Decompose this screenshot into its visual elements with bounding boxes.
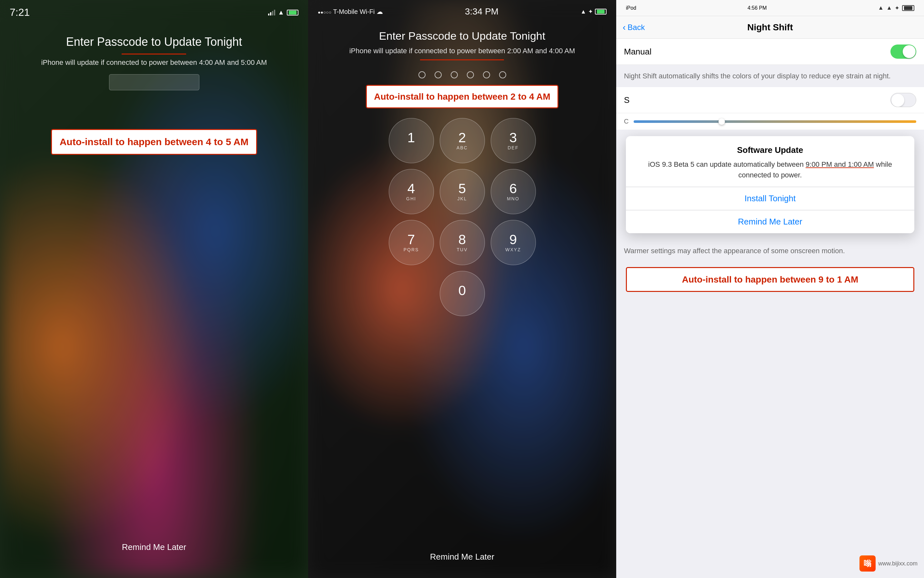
p3-bluetooth-icon: ✦ <box>895 5 900 11</box>
p2-key-6-letters: MNO <box>507 196 520 201</box>
p2-key-0-letters <box>461 298 463 303</box>
panel2-passcode: ●●○○○ T-Mobile Wi-Fi ☁ 3:34 PM ▲ ✦ Enter… <box>308 0 616 578</box>
p3-slider-thumb <box>718 119 725 125</box>
p3-schedule-row: S <box>616 87 924 113</box>
p1-title-area: Enter Passcode to Update Tonight iPhone … <box>22 34 286 68</box>
p2-key-4-num: 4 <box>408 182 415 195</box>
p3-status-bar: iPod 4:56 PM ▲ ▲ ✦ <box>616 0 924 16</box>
p3-night-shift-description: Night Shift automatically shifts the col… <box>616 65 924 87</box>
p3-remind-later-btn[interactable]: Remind Me Later <box>626 210 914 233</box>
panel2-content: ●●○○○ T-Mobile Wi-Fi ☁ 3:34 PM ▲ ✦ Enter… <box>308 0 616 578</box>
p3-dialog-title: Software Update <box>626 136 914 159</box>
p2-key-1-num: 1 <box>408 131 415 144</box>
p3-back-button[interactable]: ‹ Back <box>623 22 645 32</box>
p2-key-2-num: 2 <box>458 131 466 144</box>
p1-main-title: Enter Passcode to Update Tonight <box>41 34 267 50</box>
p2-key-3-num: 3 <box>510 131 517 144</box>
p2-key-3-letters: DEF <box>508 145 519 150</box>
p2-key-6-num: 6 <box>510 182 517 195</box>
p2-dot-6 <box>499 71 506 78</box>
p3-nav-bar: ‹ Back Night Shift <box>616 16 924 39</box>
p3-nav-title: Night Shift <box>747 22 793 32</box>
p3-wifi-icon: ▲ <box>886 5 892 11</box>
p1-time: 7:21 <box>10 6 30 18</box>
p3-status-icons: ▲ ▲ ✦ <box>878 5 914 11</box>
p3-manual-label: Manual <box>624 47 651 57</box>
p2-status-icons: ▲ ✦ <box>580 8 607 15</box>
p2-dot-4 <box>467 71 474 78</box>
p2-key-6[interactable]: 6 MNO <box>491 169 536 214</box>
p2-remind-later-btn[interactable]: Remind Me Later <box>430 552 494 562</box>
p2-key-9[interactable]: 9 WXYZ <box>491 220 536 265</box>
p1-remind-later-btn[interactable]: Remind Me Later <box>122 542 186 552</box>
p1-passcode-field[interactable] <box>109 74 200 90</box>
p2-key-5[interactable]: 5 JKL <box>440 169 485 214</box>
p3-annotation-text: Auto-install to happen between 9 to 1 AM <box>633 273 907 286</box>
panel3-settings: iPod 4:56 PM ▲ ▲ ✦ ‹ Back Night Shift Ma… <box>616 0 924 578</box>
p3-dialog-time-range: 9:00 PM and 1:00 AM <box>805 160 874 168</box>
p2-key-2[interactable]: 2 ABC <box>440 118 485 163</box>
p3-time: 4:56 PM <box>747 5 767 11</box>
p3-device-label: iPod <box>626 5 636 11</box>
p1-battery-icon <box>287 10 299 15</box>
p3-back-chevron-icon: ‹ <box>623 22 625 32</box>
p3-color-label: C <box>624 118 628 125</box>
p3-software-update-dialog: Software Update iOS 9.3 Beta 5 can updat… <box>626 136 914 233</box>
p1-annotation-text: Auto-install to happen between 4 to 5 AM <box>60 135 249 149</box>
p3-dialog-body: iOS 9.3 Beta 5 can update automatically … <box>626 159 914 187</box>
p2-dot-3 <box>451 71 458 78</box>
watermark: 嗡 www.bijixx.com <box>859 555 918 572</box>
p2-passcode-dots <box>419 71 506 78</box>
p2-key-8-num: 8 <box>458 233 466 247</box>
p2-key-1-letters <box>410 145 412 150</box>
p2-status-bar: ●●○○○ T-Mobile Wi-Fi ☁ 3:34 PM ▲ ✦ <box>308 0 616 20</box>
p2-key-7-num: 7 <box>408 233 415 247</box>
p2-key-3[interactable]: 3 DEF <box>491 118 536 163</box>
p3-color-slider[interactable] <box>633 120 916 123</box>
p2-key-5-letters: JKL <box>457 196 467 201</box>
p2-dot-5 <box>483 71 490 78</box>
p3-back-label: Back <box>627 23 645 32</box>
p3-annotation-box: Auto-install to happen between 9 to 1 AM <box>626 267 914 292</box>
panel1-lockscreen: 7:21 ▲ Enter Passcode to Update Tonight … <box>0 0 308 578</box>
p3-toggle-knob <box>903 45 916 58</box>
p2-key-1[interactable]: 1 <box>389 118 434 163</box>
p2-key-5-num: 5 <box>458 182 466 195</box>
p2-key-8-letters: TUV <box>457 247 468 252</box>
p3-color-temp-row: C <box>616 113 924 130</box>
p2-dot-1 <box>419 71 425 78</box>
p2-subtitle: iPhone will update if connected to power… <box>349 46 575 56</box>
p1-signal-icon <box>268 10 275 15</box>
p3-schedule-label: S <box>624 95 629 105</box>
p3-manual-toggle[interactable] <box>890 44 916 59</box>
p3-battery-icon <box>902 5 914 11</box>
p2-key-7[interactable]: 7 PQRS <box>389 220 434 265</box>
p2-bluetooth-icon: ✦ <box>588 8 593 15</box>
p3-arrow-icon: ▲ <box>878 5 884 11</box>
p2-key-2-letters: ABC <box>456 145 468 150</box>
p3-dialog-body-prefix: iOS 9.3 Beta 5 can update automatically … <box>648 160 805 168</box>
p3-schedule-toggle[interactable] <box>890 93 916 107</box>
panel1-content: 7:21 ▲ Enter Passcode to Update Tonight … <box>0 0 308 578</box>
p2-key-4[interactable]: 4 GHI <box>389 169 434 214</box>
p2-dot-2 <box>435 71 442 78</box>
p2-time: 3:34 PM <box>465 6 499 17</box>
p1-subtitle: iPhone will update if connected to power… <box>41 58 267 68</box>
p2-main-title: Enter Passcode to Update Tonight <box>349 30 575 42</box>
p2-key-8[interactable]: 8 TUV <box>440 220 485 265</box>
p3-manual-row: Manual <box>616 39 924 65</box>
p1-status-bar: 7:21 ▲ <box>0 0 308 22</box>
p2-key-0[interactable]: 0 <box>440 271 485 316</box>
watermark-symbol: 嗡 <box>864 559 871 569</box>
p2-carrier: ●●○○○ T-Mobile Wi-Fi ☁ <box>318 8 383 15</box>
p2-arrow-icon: ▲ <box>580 8 586 15</box>
p2-key-9-letters: WXYZ <box>505 247 521 252</box>
watermark-text: www.bijixx.com <box>878 560 918 567</box>
p2-title-area: Enter Passcode to Update Tonight iPhone … <box>330 30 594 63</box>
p2-battery-icon <box>595 9 607 15</box>
p2-key-4-letters: GHI <box>406 196 416 201</box>
p2-key-7-letters: PQRS <box>404 247 419 252</box>
watermark-icon: 嗡 <box>859 555 875 572</box>
p1-red-underline <box>122 54 186 55</box>
p3-install-tonight-btn[interactable]: Install Tonight <box>626 187 914 210</box>
